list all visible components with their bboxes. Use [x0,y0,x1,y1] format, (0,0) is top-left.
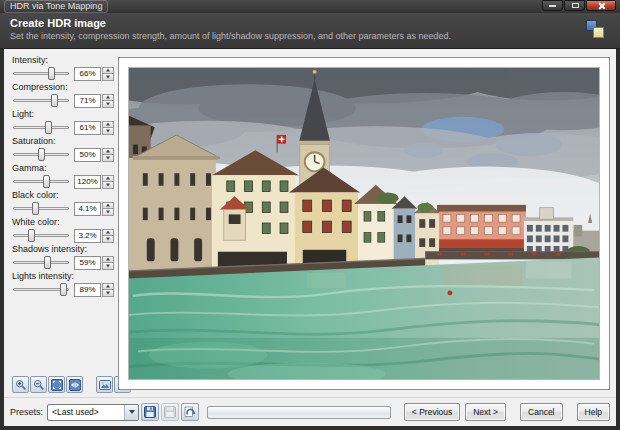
river [129,257,599,379]
spin-down-button[interactable] [102,101,114,108]
previous-button[interactable]: < Previous [404,403,460,421]
gamma-slider-thumb[interactable] [43,175,50,188]
maximize-button[interactable] [564,0,585,11]
page-title: Create HDR image [10,17,610,29]
intensity-slider[interactable] [12,66,70,81]
black-color-value[interactable]: 4.1% [74,202,101,216]
hdr-layers-icon [586,20,606,40]
spin-up-button[interactable] [102,202,114,210]
wizard-header: Create HDR image Set the intensity, comp… [0,13,620,49]
zoom-one-to-one-button[interactable] [66,376,83,393]
spin-down-button[interactable] [102,155,114,162]
param-saturation: Saturation: 50% [12,136,114,163]
spin-down-button[interactable] [102,236,114,243]
shadows-intensity-value[interactable]: 59% [74,256,101,270]
shadows-intensity-slider[interactable] [12,255,70,270]
spin-up-button[interactable] [102,283,114,291]
spin-up-button[interactable] [102,229,114,237]
saturation-slider-thumb[interactable] [38,148,45,161]
chevron-down-icon [124,405,138,420]
content-area: Intensity: 66% Compre [4,49,616,397]
gamma-value[interactable]: 120% [74,175,101,189]
hdr-tone-mapping-dialog: HDR via Tone Mapping Create HDR image Se… [0,0,620,430]
shadows-intensity-slider-thumb[interactable] [44,256,51,269]
close-button[interactable] [586,0,616,11]
zoom-out-button[interactable] [30,376,47,393]
black-color-slider[interactable] [12,201,70,216]
zoom-out-icon [33,379,45,391]
white-color-value[interactable]: 3.2% [74,229,101,243]
param-lights-intensity: Lights intensity: 89% [12,271,114,298]
spin-down-button[interactable] [102,182,114,189]
spin-up-button[interactable] [102,148,114,156]
lights-intensity-slider-thumb[interactable] [60,283,67,296]
fit-to-window-button[interactable] [48,376,65,393]
compression-value[interactable]: 71% [74,94,101,108]
param-black-color: Black color: 4.1% [12,190,114,217]
saturation-value[interactable]: 50% [74,148,101,162]
zoom-in-button[interactable] [12,376,29,393]
spin-up-button[interactable] [102,94,114,102]
parameters-panel: Intensity: 66% Compre [4,49,118,397]
spin-down-button[interactable] [102,74,114,81]
param-light: Light: 61% [12,109,114,136]
page-subtitle: Set the intensity, compression strength,… [10,31,610,41]
saturation-slider[interactable] [12,147,70,162]
close-icon [597,2,605,10]
reset-preset-button[interactable] [181,403,199,421]
zoom-one-to-one-icon [69,379,81,391]
spin-down-button[interactable] [102,290,114,297]
bottom-bar: Presets: <Last used> [4,397,616,426]
save-icon [144,406,156,418]
show-original-button[interactable] [96,376,113,393]
param-intensity: Intensity: 66% [12,55,114,82]
spin-up-button[interactable] [102,121,114,129]
zoom-toolbar [12,376,132,393]
light-value[interactable]: 61% [74,121,101,135]
presets-selected-value: <Last used> [48,407,124,417]
spin-up-button[interactable] [102,175,114,183]
black-color-slider-thumb[interactable] [32,202,39,215]
presets-label: Presets: [10,407,43,417]
intensity-value[interactable]: 66% [74,67,101,81]
white-color-slider[interactable] [12,228,70,243]
zurich-hdr-photo [129,68,599,379]
intensity-slider-thumb[interactable] [48,67,55,80]
zoom-in-icon [15,379,27,391]
param-gamma: Gamma: 120% [12,163,114,190]
help-button[interactable]: Help [577,403,610,421]
param-shadows-intensity: Shadows intensity: 59% [12,244,114,271]
image-icon [99,379,111,391]
spin-up-button[interactable] [102,67,114,75]
light-slider-thumb[interactable] [45,121,52,134]
window-controls [542,0,616,13]
compression-slider-thumb[interactable] [51,94,58,107]
cancel-button[interactable]: Cancel [520,403,562,421]
window-title: HDR via Tone Mapping [4,0,108,13]
lights-intensity-slider[interactable] [12,282,70,297]
presets-dropdown[interactable]: <Last used> [47,404,139,421]
titlebar[interactable]: HDR via Tone Mapping [0,0,620,13]
spin-down-button[interactable] [102,263,114,270]
delete-preset-icon [164,406,176,418]
minimize-icon [549,5,556,7]
gamma-slider[interactable] [12,174,70,189]
spin-up-button[interactable] [102,256,114,264]
preview-photo[interactable] [128,67,600,380]
undo-icon [184,406,196,418]
lights-intensity-value[interactable]: 89% [74,283,101,297]
maximize-icon [572,3,579,8]
compression-slider[interactable] [12,93,70,108]
preview-panel [118,57,610,390]
white-color-slider-thumb[interactable] [28,229,35,242]
light-slider[interactable] [12,120,70,135]
minimize-button[interactable] [542,0,563,11]
spin-down-button[interactable] [102,128,114,135]
progress-bar [207,406,391,419]
buoy [447,290,452,295]
save-preset-button[interactable] [141,403,159,421]
delete-preset-button[interactable] [161,403,179,421]
spin-down-button[interactable] [102,209,114,216]
next-button[interactable]: Next > [465,403,506,421]
param-white-color: White color: 3.2% [12,217,114,244]
